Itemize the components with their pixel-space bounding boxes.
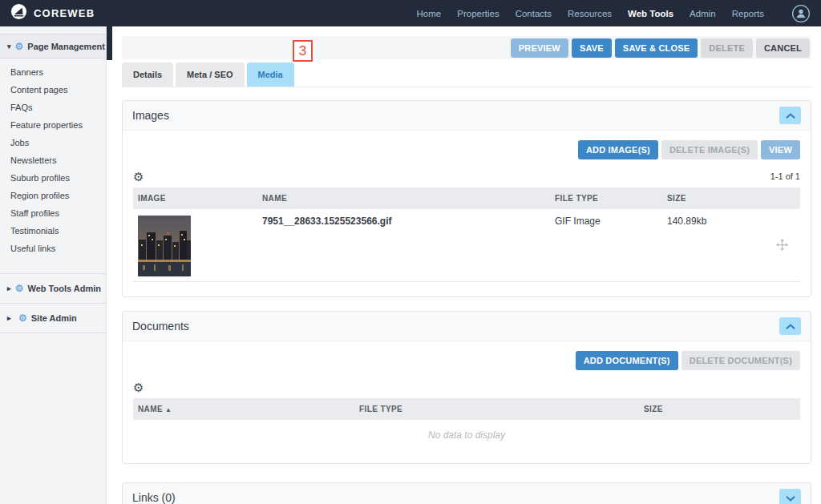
sidebar-item-jobs[interactable]: Jobs bbox=[0, 134, 106, 151]
user-account-icon[interactable] bbox=[791, 4, 811, 23]
chevron-up-icon bbox=[786, 110, 795, 122]
sidebar-section-web-tools-admin[interactable]: ▸ ⚙ Web Tools Admin bbox=[0, 273, 106, 303]
column-header-size[interactable]: SIZE bbox=[662, 187, 766, 209]
sidebar-divider bbox=[0, 333, 106, 333]
images-panel-header: Images bbox=[123, 101, 811, 131]
images-grid-controls: ⚙ 1-1 of 1 bbox=[133, 170, 800, 183]
top-navbar: COREWEB Home Properties Contacts Resourc… bbox=[0, 0, 821, 26]
main-content: Newsletters PREVIEW SAVE SAVE & CLOSE DE… bbox=[122, 0, 821, 504]
links-panel-title: Links (0) bbox=[132, 491, 176, 504]
nav-item-reports[interactable]: Reports bbox=[732, 9, 764, 18]
save-and-close-button[interactable]: SAVE & CLOSE bbox=[615, 38, 698, 58]
tab-meta-seo[interactable]: Meta / SEO bbox=[176, 62, 244, 87]
images-pagination: 1-1 of 1 bbox=[770, 171, 800, 181]
images-button-row: ADD IMAGE(S) DELETE IMAGE(S) VIEW bbox=[133, 140, 800, 159]
caret-down-icon: ▾ bbox=[7, 42, 11, 50]
column-header-name[interactable]: NAME▲ bbox=[133, 398, 354, 420]
sidebar-item-suburb-profiles[interactable]: Suburb profiles bbox=[0, 169, 106, 187]
sidebar-page-management-items: Banners Content pages FAQs Feature prope… bbox=[0, 58, 106, 257]
column-header-name[interactable]: NAME bbox=[257, 187, 550, 209]
sidebar-section-label: Page Management bbox=[27, 42, 105, 51]
sidebar-section-label: Web Tools Admin bbox=[28, 284, 101, 293]
sidebar-item-feature-properties[interactable]: Feature properties bbox=[0, 116, 106, 134]
nav-item-contacts[interactable]: Contacts bbox=[516, 9, 552, 18]
add-documents-button[interactable]: ADD DOCUMENT(S) bbox=[576, 351, 678, 370]
links-expand-button[interactable] bbox=[779, 489, 801, 504]
sidebar-item-banners[interactable]: Banners bbox=[0, 63, 106, 81]
delete-images-button[interactable]: DELETE IMAGE(S) bbox=[661, 140, 758, 159]
caret-right-icon: ▸ bbox=[7, 314, 14, 322]
chevron-up-icon bbox=[786, 321, 795, 333]
documents-panel-header: Documents bbox=[123, 312, 811, 341]
nav-item-resources[interactable]: Resources bbox=[568, 9, 612, 18]
column-header-size[interactable]: SIZE bbox=[639, 398, 800, 420]
coreweb-logo-icon bbox=[10, 3, 27, 23]
drag-handle-cell[interactable] bbox=[766, 209, 800, 282]
images-table: IMAGE NAME FILE TYPE SIZE bbox=[133, 187, 800, 282]
grid-settings-gear-icon[interactable]: ⚙ bbox=[133, 381, 144, 393]
documents-panel-body: ADD DOCUMENT(S) DELETE DOCUMENT(S) ⚙ NAM… bbox=[123, 341, 811, 463]
grid-settings-gear-icon[interactable]: ⚙ bbox=[133, 171, 144, 183]
image-table-row[interactable]: 7951__28633.1525523566.gif GIF Image 140… bbox=[133, 209, 800, 282]
sidebar-item-newsletters[interactable]: Newsletters bbox=[0, 151, 106, 169]
image-name-cell: 7951__28633.1525523566.gif bbox=[257, 209, 550, 282]
images-panel-body: ADD IMAGE(S) DELETE IMAGE(S) VIEW ⚙ 1-1 … bbox=[123, 131, 811, 296]
no-data-message: No data to display bbox=[133, 420, 800, 458]
documents-button-row: ADD DOCUMENT(S) DELETE DOCUMENT(S) bbox=[133, 351, 800, 370]
column-header-drag bbox=[766, 187, 800, 209]
images-panel: Images ADD IMAGE(S) DELETE IMAGE(S) VIEW… bbox=[122, 100, 811, 297]
sidebar-item-staff-profiles[interactable]: Staff profiles bbox=[0, 204, 106, 222]
documents-table: NAME▲ FILE TYPE SIZE No data to display bbox=[133, 398, 800, 458]
sidebar-scrollbar-thumb[interactable] bbox=[107, 26, 112, 60]
image-thumbnail[interactable] bbox=[138, 216, 191, 276]
documents-panel: Documents ADD DOCUMENT(S) DELETE DOCUMEN… bbox=[122, 311, 811, 464]
sidebar-section-page-management[interactable]: ▾ ⚙ Page Management bbox=[0, 34, 106, 58]
view-image-button[interactable]: VIEW bbox=[761, 140, 800, 159]
gear-icon: ⚙ bbox=[18, 313, 27, 323]
sidebar-item-region-profiles[interactable]: Region profiles bbox=[0, 187, 106, 204]
column-header-file-type[interactable]: FILE TYPE bbox=[354, 398, 639, 420]
links-panel-header: Links (0) bbox=[123, 483, 811, 504]
sidebar-item-useful-links[interactable]: Useful links bbox=[0, 240, 106, 257]
documents-collapse-button[interactable] bbox=[779, 317, 801, 335]
record-action-bar: PREVIEW SAVE SAVE & CLOSE DELETE CANCEL bbox=[122, 36, 811, 59]
nav-item-admin[interactable]: Admin bbox=[690, 9, 716, 18]
gear-icon: ⚙ bbox=[15, 42, 24, 51]
images-collapse-button[interactable] bbox=[779, 107, 801, 124]
delete-button[interactable]: DELETE bbox=[701, 38, 753, 58]
tab-media[interactable]: Media bbox=[247, 62, 294, 87]
save-button[interactable]: SAVE bbox=[572, 38, 612, 58]
caret-right-icon: ▸ bbox=[7, 284, 11, 292]
tab-bar: Details Meta / SEO Media bbox=[122, 62, 811, 87]
image-thumbnail-cell[interactable] bbox=[133, 209, 257, 282]
brand[interactable]: COREWEB bbox=[10, 3, 95, 23]
main-nav: Home Properties Contacts Resources Web T… bbox=[417, 4, 811, 23]
brand-label: COREWEB bbox=[34, 7, 95, 19]
sidebar-section-label: Site Admin bbox=[31, 313, 77, 323]
sidebar: ▾ ⚙ Page Management Banners Content page… bbox=[0, 26, 107, 504]
documents-grid-controls: ⚙ bbox=[133, 381, 800, 393]
sidebar-item-testimonials[interactable]: Testimonials bbox=[0, 222, 106, 240]
move-handle-icon[interactable] bbox=[776, 242, 788, 253]
cancel-button[interactable]: CANCEL bbox=[756, 38, 810, 58]
image-file-type-cell: GIF Image bbox=[550, 209, 662, 282]
nav-item-properties[interactable]: Properties bbox=[457, 9, 499, 18]
preview-button[interactable]: PREVIEW bbox=[511, 38, 568, 58]
sidebar-section-site-admin[interactable]: ▸ ⚙ Site Admin bbox=[0, 303, 106, 333]
documents-panel-title: Documents bbox=[132, 320, 189, 333]
annotation-marker-3: 3 bbox=[293, 40, 313, 62]
column-label: NAME bbox=[138, 405, 163, 413]
sidebar-item-content-pages[interactable]: Content pages bbox=[0, 81, 106, 99]
gear-icon: ⚙ bbox=[15, 284, 24, 293]
column-header-file-type[interactable]: FILE TYPE bbox=[550, 187, 662, 209]
images-panel-title: Images bbox=[132, 109, 169, 122]
nav-item-web-tools[interactable]: Web Tools bbox=[628, 9, 673, 18]
nav-item-home[interactable]: Home bbox=[417, 9, 442, 18]
tab-details[interactable]: Details bbox=[122, 62, 173, 87]
sidebar-item-faqs[interactable]: FAQs bbox=[0, 99, 106, 116]
delete-documents-button[interactable]: DELETE DOCUMENT(S) bbox=[681, 351, 800, 370]
column-header-image[interactable]: IMAGE bbox=[133, 187, 257, 209]
add-images-button[interactable]: ADD IMAGE(S) bbox=[578, 140, 658, 159]
chevron-down-icon bbox=[786, 492, 795, 504]
image-size-cell: 140.89kb bbox=[662, 209, 766, 282]
